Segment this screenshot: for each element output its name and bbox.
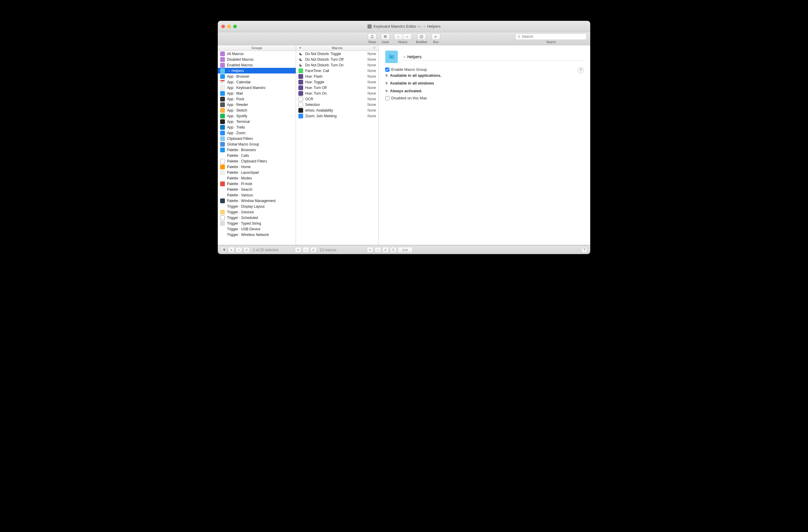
group-icon [220, 210, 225, 215]
macro-trigger: None [367, 80, 376, 84]
group-row[interactable]: App · Browser [218, 73, 296, 79]
macros-add-button[interactable]: ＋ [295, 247, 301, 253]
macro-row[interactable]: SelectionNone [296, 102, 379, 107]
group-row[interactable]: Palette · Launchpad [218, 170, 296, 175]
group-row[interactable]: Palette · Window Management [218, 198, 296, 203]
detail-remove-button[interactable]: － [374, 247, 381, 253]
group-name-input[interactable] [402, 53, 584, 61]
search-field[interactable] [515, 33, 587, 40]
group-label: Palette · Clipboard Filters [227, 159, 267, 163]
group-icon [220, 125, 225, 130]
edit-button[interactable]: Edit [398, 247, 412, 253]
close-button[interactable] [221, 25, 225, 28]
group-row[interactable]: App · Calendar [218, 79, 296, 85]
group-row[interactable]: App · Pock [218, 96, 296, 102]
macro-icon [298, 102, 303, 107]
group-row[interactable]: Global Macro Group [218, 141, 296, 147]
macro-row[interactable]: Hue: Turn OnNone [296, 90, 379, 96]
history-back-button[interactable]: ‹ [394, 33, 403, 40]
groups-add-button[interactable]: ＋ [228, 247, 235, 253]
macros-header[interactable]: ▼ Macros ▽ [296, 45, 379, 51]
group-row[interactable]: App · Sketch [218, 107, 296, 113]
macro-row[interactable]: FaceTime: CallNone [296, 68, 379, 73]
macro-row[interactable]: Do Not Disturb: Turn OnNone [296, 62, 379, 68]
macro-row[interactable]: Do Not Disturb: Turn OffNone [296, 57, 379, 62]
group-row[interactable]: Palette · Home [218, 164, 296, 170]
group-row[interactable]: Disabled Macros [218, 57, 296, 62]
macros-list[interactable]: Do Not Disturb: ToggleNoneDo Not Disturb… [296, 51, 379, 245]
history-forward-button[interactable]: › [403, 33, 412, 40]
group-row[interactable]: App · Zoom [218, 130, 296, 136]
group-icon [220, 91, 225, 96]
group-row[interactable]: Palette · Various [218, 192, 296, 198]
groups-gear-button[interactable] [221, 247, 227, 253]
group-row[interactable]: Palette · Search [218, 187, 296, 192]
groups-list[interactable]: All MacrosDisabled MacrosEnabled Macros→… [218, 51, 296, 245]
disabled-mac-checkbox[interactable] [385, 96, 389, 100]
group-row[interactable]: App · Trello [218, 124, 296, 130]
group-row[interactable]: Palette · Modes [218, 175, 296, 181]
macro-row[interactable]: Zoom: Join MeetingNone [296, 113, 379, 119]
macro-row[interactable]: Hue: Turn OffNone [296, 85, 379, 90]
group-row[interactable]: Clipboard Filters [218, 136, 296, 141]
group-row[interactable]: Trigger · Wireless Network [218, 232, 296, 237]
macros-enable-button[interactable]: ✓ [310, 247, 317, 253]
group-row[interactable]: → Helpers [218, 68, 296, 73]
group-row[interactable]: Enabled Macros [218, 62, 296, 68]
group-row[interactable]: Trigger · Gesture [218, 209, 296, 215]
expand-activated-icon[interactable]: ⇅ [385, 89, 388, 93]
group-label: App · Keyboard Maestro [227, 86, 265, 90]
group-row[interactable]: Trigger · Display Layout [218, 203, 296, 209]
expand-apps-icon[interactable]: ⇅ [385, 74, 388, 77]
group-label: App · Trello [227, 125, 245, 129]
group-row[interactable]: App · Keyboard Maestro [218, 85, 296, 90]
group-row[interactable]: All Macros [218, 51, 296, 57]
detail-record-button[interactable] [390, 247, 397, 253]
group-row[interactable]: Palette · Browsers [218, 147, 296, 153]
footer-help-button[interactable]: ? [581, 247, 587, 253]
macro-row[interactable]: Hue: FlashNone [296, 73, 379, 79]
sort-desc-icon[interactable]: ▼ [299, 47, 302, 49]
group-row[interactable]: Palette · Clipboard Filters [218, 158, 296, 164]
available-windows-label[interactable]: Available in all windows [390, 81, 434, 86]
group-row[interactable]: App · Terminal [218, 119, 296, 124]
group-row[interactable]: Trigger · Typed String [218, 220, 296, 226]
used-button[interactable]: ⌘ [381, 33, 390, 40]
group-row[interactable]: Palette · Pi-hole [218, 181, 296, 187]
detail-add-button[interactable]: ＋ [367, 247, 373, 253]
run-button[interactable] [431, 33, 440, 40]
share-button[interactable] [368, 33, 377, 40]
maximize-button[interactable] [233, 25, 237, 28]
help-button[interactable]: ? [578, 67, 584, 73]
detail-enable-button[interactable]: ✓ [382, 247, 389, 253]
expand-windows-icon[interactable]: ⇅ [385, 81, 388, 85]
enable-group-checkbox[interactable] [385, 68, 389, 72]
available-apps-label[interactable]: Available in all applications. [390, 73, 441, 78]
group-row[interactable]: Palette · Calls [218, 153, 296, 158]
group-icon [220, 74, 225, 79]
macro-icon [298, 91, 303, 96]
groups-header[interactable]: Groups [218, 45, 296, 51]
group-label: Disabled Macros [227, 57, 254, 61]
groups-remove-button[interactable]: － [236, 247, 242, 253]
macro-label: OCR [305, 97, 313, 101]
macro-row[interactable]: OCRNone [296, 96, 379, 102]
macro-row[interactable]: Do Not Disturb: ToggleNone [296, 51, 379, 57]
group-row[interactable]: App · Reeder [218, 102, 296, 107]
minimize-button[interactable] [227, 25, 231, 28]
group-row[interactable]: Trigger · USB Device [218, 226, 296, 232]
groups-enable-button[interactable]: ✓ [243, 247, 250, 253]
group-icon [220, 119, 225, 124]
group-row[interactable]: App · Spotify [218, 113, 296, 119]
group-row[interactable]: Trigger · Scheduled [218, 215, 296, 220]
group-icon[interactable] [385, 51, 398, 63]
search-input[interactable] [522, 35, 585, 39]
macros-remove-button[interactable]: － [302, 247, 309, 253]
macro-row[interactable]: Hue: ToggleNone [296, 79, 379, 85]
always-activated-label[interactable]: Always activated. [390, 89, 422, 93]
group-row[interactable]: App · Mail [218, 90, 296, 96]
sort-filter-icon[interactable]: ▽ [373, 47, 375, 49]
macro-row[interactable]: whois: AvailabilityNone [296, 107, 379, 113]
group-label: App · Mail [227, 91, 243, 95]
modified-button[interactable] [417, 33, 426, 40]
